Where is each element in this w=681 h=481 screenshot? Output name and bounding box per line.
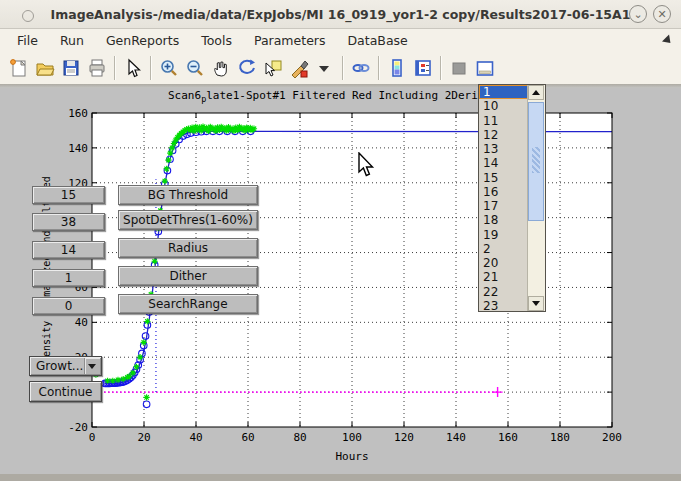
param-field-bg-threshold[interactable]: 15 bbox=[32, 186, 105, 204]
svg-text:180: 180 bbox=[550, 431, 570, 444]
svg-text:100: 100 bbox=[342, 431, 362, 444]
svg-text:120: 120 bbox=[394, 431, 414, 444]
menu-item-genreports[interactable]: GenReports bbox=[95, 31, 190, 50]
scroll-down-icon[interactable] bbox=[528, 296, 544, 311]
dropdown-item-1[interactable]: 1 bbox=[479, 85, 529, 99]
zoom-in-icon[interactable] bbox=[156, 55, 182, 81]
mouse-cursor-icon bbox=[357, 152, 377, 178]
dropdown-item-23[interactable]: 23 bbox=[479, 299, 529, 312]
pan-icon[interactable] bbox=[208, 55, 234, 81]
dropdown-item-13[interactable]: 13 bbox=[479, 142, 529, 156]
title-bar[interactable]: ImageAnalysis-/media/data/ExpJobs/MI 16_… bbox=[0, 0, 681, 29]
param-button-bg-threshold[interactable]: BG Threshold bbox=[118, 185, 258, 205]
svg-text:80: 80 bbox=[293, 431, 306, 444]
open-file-icon[interactable] bbox=[32, 55, 58, 81]
plot-tools-dock-icon[interactable] bbox=[472, 55, 498, 81]
menu-bar: FileRunGenReportsToolsParametersDataBase bbox=[0, 29, 681, 51]
scroll-up-icon[interactable] bbox=[528, 85, 544, 100]
menu-item-file[interactable]: File bbox=[6, 31, 49, 50]
svg-text:60: 60 bbox=[241, 431, 254, 444]
growth-popup-label: Growt... bbox=[36, 359, 83, 373]
toolbar-separator bbox=[150, 56, 152, 80]
toolbar-separator bbox=[440, 56, 442, 80]
dropdown-scrollbar[interactable] bbox=[527, 85, 545, 311]
param-button-spotdetthres-1-60-[interactable]: SpotDetThres(1-60%) bbox=[118, 210, 258, 230]
svg-text:Scan6plate1-Spot#1 Filtered Re: Scan6plate1-Spot#1 Filtered Red Includin… bbox=[168, 89, 511, 104]
zoom-out-icon[interactable] bbox=[182, 55, 208, 81]
toolbar-separator bbox=[342, 56, 344, 80]
menu-item-parameters[interactable]: Parameters bbox=[243, 31, 337, 50]
param-field-dither[interactable]: 1 bbox=[32, 269, 105, 287]
svg-text:160: 160 bbox=[68, 107, 88, 120]
print-figure-icon[interactable] bbox=[84, 55, 110, 81]
chevron-down-icon[interactable] bbox=[84, 358, 100, 374]
menu-item-run[interactable]: Run bbox=[49, 31, 95, 50]
rotate-3d-icon[interactable] bbox=[234, 55, 260, 81]
dropdown-item-20[interactable]: 20 bbox=[479, 256, 529, 270]
dropdown-item-21[interactable]: 21 bbox=[479, 270, 529, 284]
brush-data-icon[interactable] bbox=[286, 55, 312, 81]
dropdown-item-12[interactable]: 12 bbox=[479, 128, 529, 142]
dropdown-item-15[interactable]: 15 bbox=[479, 171, 529, 185]
param-button-searchrange[interactable]: SearchRange bbox=[118, 294, 258, 314]
svg-text:200: 200 bbox=[602, 431, 622, 444]
close-button[interactable]: ✕ bbox=[653, 5, 671, 23]
link-plot-icon[interactable] bbox=[348, 55, 374, 81]
insert-colorbar-icon[interactable] bbox=[384, 55, 410, 81]
save-figure-icon[interactable] bbox=[58, 55, 84, 81]
continue-button[interactable]: Continue bbox=[29, 381, 102, 402]
menu-item-database[interactable]: DataBase bbox=[336, 31, 418, 50]
dropdown-item-16[interactable]: 16 bbox=[479, 185, 529, 199]
param-field-radius[interactable]: 14 bbox=[32, 241, 105, 259]
minimize-button[interactable]: ⌄ bbox=[629, 5, 647, 23]
toolbar-separator bbox=[114, 56, 116, 80]
dropdown-item-14[interactable]: 14 bbox=[479, 156, 529, 170]
svg-text:40: 40 bbox=[189, 431, 202, 444]
new-figure-icon[interactable] bbox=[6, 55, 32, 81]
scrollbar-thumb[interactable] bbox=[528, 102, 544, 221]
insert-legend-icon[interactable] bbox=[410, 55, 436, 81]
toolbar bbox=[0, 51, 681, 84]
svg-text:160: 160 bbox=[498, 431, 518, 444]
brush-dropdown-icon[interactable] bbox=[312, 55, 338, 81]
svg-text:20: 20 bbox=[137, 431, 150, 444]
dropdown-item-18[interactable]: 18 bbox=[479, 213, 529, 227]
param-field-spotdetthres-1-60-[interactable]: 38 bbox=[32, 213, 105, 231]
svg-text:0: 0 bbox=[89, 431, 96, 444]
menu-item-tools[interactable]: Tools bbox=[190, 31, 243, 50]
svg-text:140: 140 bbox=[446, 431, 466, 444]
window-menu-icon[interactable] bbox=[22, 10, 34, 22]
param-button-dither[interactable]: Dither bbox=[118, 266, 258, 286]
plot-tools-off-icon bbox=[446, 55, 472, 81]
svg-text:40: 40 bbox=[75, 316, 88, 329]
dropdown-item-11[interactable]: 11 bbox=[479, 114, 529, 128]
dropdown-item-2[interactable]: 2 bbox=[479, 242, 529, 256]
param-field-searchrange[interactable]: 0 bbox=[32, 297, 105, 315]
dropdown-item-10[interactable]: 10 bbox=[479, 99, 529, 113]
data-cursor-icon[interactable] bbox=[260, 55, 286, 81]
svg-text:140: 140 bbox=[68, 142, 88, 155]
param-button-radius[interactable]: Radius bbox=[118, 238, 258, 258]
menu-overflow-arrow-icon[interactable] bbox=[662, 34, 674, 46]
window-title: ImageAnalysis-/media/data/ExpJobs/MI 16_… bbox=[0, 7, 681, 22]
dropdown-item-19[interactable]: 19 bbox=[479, 228, 529, 242]
svg-text:Hours: Hours bbox=[335, 450, 368, 463]
edit-plot-icon[interactable] bbox=[120, 55, 146, 81]
growth-popup-menu[interactable]: Growt... bbox=[29, 356, 102, 376]
dropdown-item-17[interactable]: 17 bbox=[479, 199, 529, 213]
dropdown-item-22[interactable]: 22 bbox=[479, 285, 529, 299]
spot-number-dropdown-list[interactable]: 110111213141516171819220212223 bbox=[478, 84, 546, 312]
toolbar-separator bbox=[378, 56, 380, 80]
svg-text:-20: -20 bbox=[68, 421, 88, 434]
